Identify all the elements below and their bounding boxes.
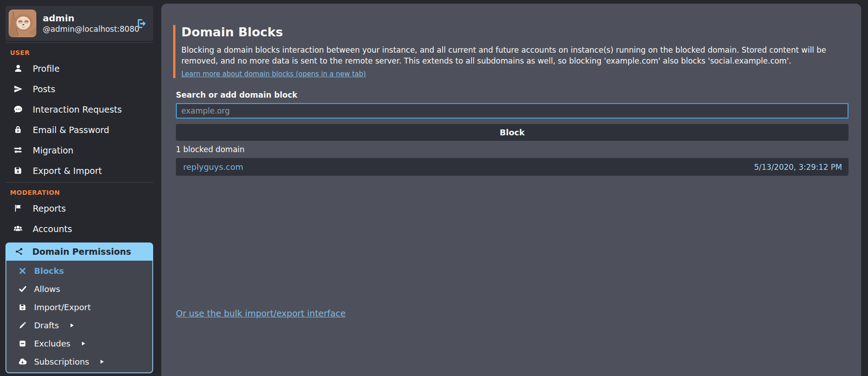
sidebar-item-label: Subscriptions: [34, 357, 89, 366]
section-label-moderation: MODERATION: [10, 189, 153, 196]
sidebar-item-label: Email & Password: [33, 125, 109, 135]
sidebar-item-label: Profile: [33, 64, 60, 74]
sidebar-item-interaction-requests[interactable]: Interaction Requests: [5, 99, 153, 119]
floppy-disk-icon: [18, 303, 27, 311]
sidebar-item-label: Reports: [33, 203, 66, 213]
sidebar-item-label: Blocks: [34, 266, 64, 276]
heading-block: Domain Blocks Blocking a domain blocks i…: [173, 25, 848, 78]
sidebar-item-accounts[interactable]: Accounts: [5, 218, 153, 239]
blocked-domain-row[interactable]: replyguys.com 5/13/2020, 3:29:12 PM: [176, 158, 848, 176]
blocked-domain-date: 5/13/2020, 3:29:12 PM: [754, 163, 842, 172]
blocked-domain-name[interactable]: replyguys.com: [183, 162, 243, 172]
page-title: Domain Blocks: [181, 25, 848, 39]
sidebar-item-label: Export & Import: [33, 166, 102, 176]
exchange-arrows-icon: [13, 145, 23, 155]
sidebar-item-label: Drafts: [34, 321, 59, 330]
bulk-import-export-link[interactable]: Or use the bulk import/export interface: [176, 308, 346, 318]
sidebar-item-subscriptions[interactable]: Subscriptions: [6, 352, 152, 371]
sidebar-item-export-import[interactable]: Export & Import: [5, 160, 153, 181]
sign-out-icon[interactable]: [136, 18, 148, 30]
user-card: admin @admin@localhost:8080: [5, 6, 153, 41]
user-display-name: admin: [43, 12, 130, 24]
avatar: [9, 10, 36, 37]
sidebar-item-drafts[interactable]: Drafts: [6, 316, 152, 334]
sidebar-item-allows[interactable]: Allows: [6, 280, 152, 298]
sidebar-item-label: Domain Permissions: [32, 247, 131, 257]
sidebar-item-label: Excludes: [34, 339, 70, 348]
sidebar-item-migration[interactable]: Migration: [5, 140, 153, 160]
caret-right-icon: [80, 341, 86, 346]
sidebar: admin @admin@localhost:8080 USER Profile…: [5, 6, 153, 376]
paper-plane-icon: [13, 84, 23, 94]
divider: [5, 182, 153, 183]
sidebar-item-reports[interactable]: Reports: [5, 198, 153, 218]
sidebar-item-label: Posts: [33, 84, 55, 94]
block-button[interactable]: Block: [176, 124, 848, 141]
share-nodes-icon: [14, 247, 24, 256]
divider: [5, 42, 153, 43]
sidebar-item-import-export[interactable]: Import/Export: [6, 298, 152, 316]
lock-icon: [13, 125, 23, 134]
users-icon: [13, 224, 23, 234]
comment-dots-icon: [13, 105, 23, 114]
flag-icon: [13, 204, 23, 213]
sidebar-item-label: Accounts: [33, 224, 72, 234]
page-description: Blocking a domain blocks interaction bet…: [181, 45, 848, 66]
caret-right-icon: [69, 322, 75, 328]
learn-more-link[interactable]: Learn more about domain blocks (opens in…: [181, 70, 366, 78]
sidebar-item-posts[interactable]: Posts: [5, 79, 153, 99]
floppy-disk-icon: [13, 166, 23, 175]
sidebar-item-label: Allows: [34, 284, 60, 294]
sidebar-item-email-password[interactable]: Email & Password: [5, 119, 153, 140]
blocked-count: 1 blocked domain: [176, 145, 848, 154]
domain-blocks-panel: Domain Blocks Blocking a domain blocks i…: [161, 4, 861, 376]
sidebar-item-label: Import/Export: [34, 302, 91, 312]
user-info: admin @admin@localhost:8080: [43, 12, 130, 35]
sidebar-item-label: Migration: [33, 145, 74, 155]
domain-search-input[interactable]: [176, 103, 848, 119]
sidebar-item-domain-permissions[interactable]: Domain Permissions: [5, 242, 153, 261]
sidebar-item-blocks[interactable]: Blocks: [6, 262, 152, 280]
domain-permissions-group: Domain Permissions Blocks Allows Import/…: [5, 242, 153, 373]
cloud-download-icon: [18, 357, 27, 366]
section-label-user: USER: [10, 49, 153, 56]
sidebar-item-label: Interaction Requests: [33, 104, 122, 114]
x-mark-icon: [18, 267, 27, 275]
pencil-icon: [18, 322, 27, 329]
user-icon: [13, 64, 23, 73]
sidebar-item-excludes[interactable]: Excludes: [6, 334, 152, 352]
search-label: Search or add domain block: [176, 90, 848, 99]
caret-right-icon: [99, 359, 105, 365]
minus-square-icon: [18, 340, 27, 347]
domain-permissions-submenu: Blocks Allows Import/Export Drafts: [5, 261, 153, 373]
check-icon: [18, 285, 27, 293]
sidebar-item-profile[interactable]: Profile: [5, 58, 153, 79]
user-handle: @admin@localhost:8080: [43, 24, 130, 35]
